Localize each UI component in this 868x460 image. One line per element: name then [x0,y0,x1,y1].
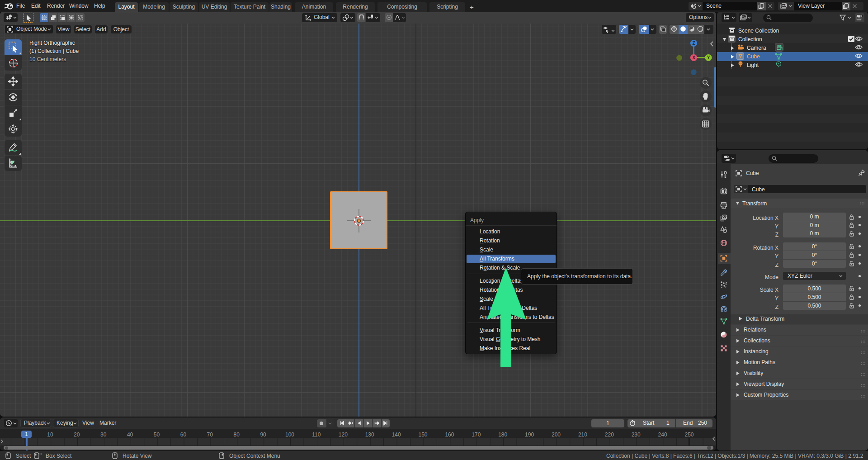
svg-text:X: X [692,55,695,60]
svg-text:Z: Z [692,41,695,46]
svg-text:Y: Y [707,55,710,60]
